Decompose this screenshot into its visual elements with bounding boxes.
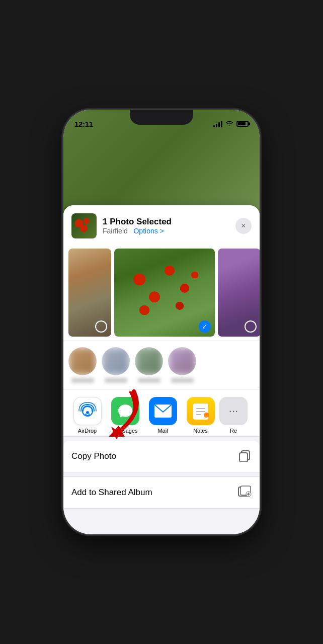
person-avatar-3 [135,347,163,375]
share-sheet: 1 Photo Selected Fairfield Options > × [63,205,260,534]
share-location: Fairfield [103,227,128,235]
signal-bars-icon [213,121,222,127]
airdrop-icon [73,397,102,425]
photo-thumb-cherry[interactable]: ✓ [114,249,215,337]
action-rows: Copy Photo Add to Shared Album [63,441,260,509]
person-item-2[interactable] [102,347,130,383]
app-item-airdrop[interactable]: AirDrop [68,397,106,434]
signal-bar-2 [216,124,217,127]
share-options-link[interactable]: Options > [133,227,164,235]
photo-thumb-person[interactable] [218,249,260,337]
copy-photo-label: Copy Photo [71,451,116,461]
phone-frame: 12:11 [63,110,260,534]
copy-photo-row[interactable]: Copy Photo [63,441,260,472]
notes-icon [187,397,215,425]
airdrop-label: AirDrop [78,428,97,434]
person-item-3[interactable] [135,347,163,383]
status-time: 12:11 [74,120,93,128]
svg-point-10 [204,413,209,418]
notes-label: Notes [193,428,208,434]
album-icon [237,484,252,501]
app-item-notes[interactable]: Notes [182,397,219,434]
share-title: 1 Photo Selected [103,217,229,227]
app-item-mail[interactable]: Mail [144,397,182,434]
messages-label: Messages [112,428,137,434]
share-thumbnail [71,213,97,238]
app-item-messages[interactable]: Messages [106,397,144,434]
person-item-1[interactable] [68,347,97,383]
messages-icon [111,397,139,425]
screen: 12:11 [63,110,260,534]
battery-icon [236,121,249,127]
copy-icon [237,448,252,465]
unselected-badge-dog [95,320,107,333]
selected-badge-cherry: ✓ [199,320,211,333]
app-item-more[interactable]: ··· Re [219,397,248,434]
status-icons [213,120,249,128]
person-name-1 [71,378,94,383]
add-shared-album-label: Add to Shared Album [71,488,152,498]
mail-label: Mail [157,428,168,434]
mail-icon [149,397,177,425]
photo-strip: ✓ [63,245,260,341]
share-subtitle: Fairfield Options > [103,227,229,235]
svg-point-2 [86,411,89,414]
add-shared-album-row[interactable]: Add to Shared Album [63,476,260,509]
signal-bar-1 [213,125,215,127]
share-thumb-image [71,213,97,238]
person-item-4[interactable] [168,347,196,383]
person-name-4 [171,378,194,383]
person-name-2 [105,378,127,383]
apps-row: AirDrop Messages [63,389,260,437]
svg-rect-12 [239,453,248,462]
people-strip [63,341,260,389]
wifi-icon [225,120,233,128]
unselected-badge-person [245,320,257,333]
photo-thumb-dog[interactable] [68,249,111,337]
person-avatar-4 [168,347,196,375]
more-apps-icon: ··· [219,397,248,425]
person-avatar-2 [102,347,130,375]
share-info: 1 Photo Selected Fairfield Options > [103,217,229,235]
share-sheet-header: 1 Photo Selected Fairfield Options > × [63,205,260,245]
person-avatar-1 [68,347,97,375]
signal-bar-3 [218,122,220,127]
person-name-3 [138,378,160,383]
notch [130,110,193,125]
signal-bar-4 [221,121,222,127]
share-close-button[interactable]: × [235,218,252,234]
more-label: Re [230,428,237,434]
battery-fill [238,122,246,125]
